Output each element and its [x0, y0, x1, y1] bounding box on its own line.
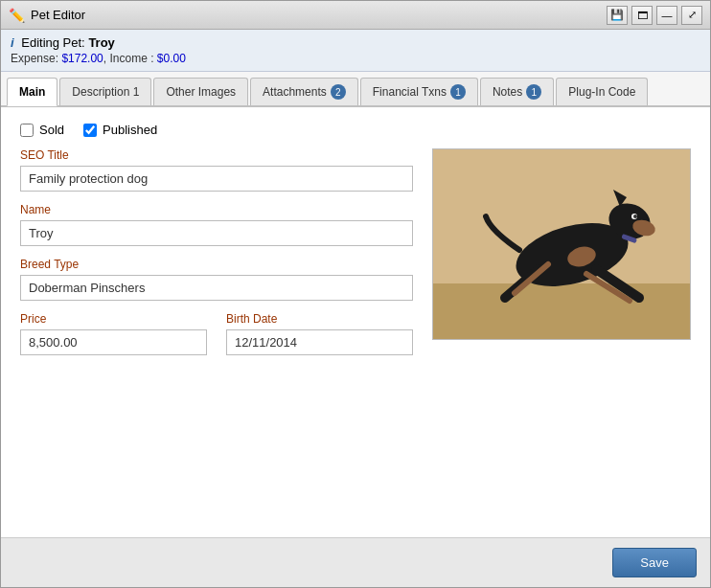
maximize-button[interactable]: ⤢	[681, 6, 702, 25]
pet-editor-window: ✏️ Pet Editor 💾 🗖 — ⤢ i Editing Pet: Tro…	[0, 0, 711, 588]
tab-financial-txns-label: Financial Txns	[373, 85, 447, 99]
price-birthdate-row: Price Birth Date	[20, 312, 413, 355]
expense-value: $172.00	[61, 52, 103, 65]
sold-checkbox[interactable]	[20, 124, 34, 137]
content-area: SEO Title Name Breed Type Price	[20, 148, 691, 367]
tab-description1-label: Description 1	[72, 85, 139, 99]
maximize-icon: ⤢	[688, 9, 697, 21]
name-group: Name	[20, 203, 413, 246]
info-icon: i	[11, 35, 14, 50]
published-checkbox-label[interactable]: Published	[83, 123, 157, 137]
editing-line: i Editing Pet: Troy	[11, 35, 700, 50]
title-bar: ✏️ Pet Editor 💾 🗖 — ⤢	[1, 1, 710, 30]
edit-icon: ✏️	[9, 8, 25, 23]
birth-date-label: Birth Date	[226, 312, 413, 326]
tabs-bar: Main Description 1 Other Images Attachme…	[1, 72, 710, 107]
seo-title-group: SEO Title	[20, 148, 413, 192]
tab-plug-in-code[interactable]: Plug-In Code	[556, 78, 648, 105]
birth-date-input[interactable]	[226, 329, 413, 355]
income-label: Income :	[109, 52, 153, 65]
expense-label: Expense:	[11, 52, 58, 65]
tab-main-label: Main	[19, 85, 45, 99]
price-label: Price	[20, 312, 207, 326]
name-label: Name	[20, 203, 413, 216]
main-content: Sold Published SEO Title Name Breed Ty	[1, 107, 710, 537]
save-button-label: Save	[640, 555, 669, 570]
tab-other-images[interactable]: Other Images	[153, 78, 248, 105]
footer-bar: Save	[1, 537, 710, 587]
minimize-button[interactable]: —	[656, 6, 677, 25]
breed-type-group: Breed Type	[20, 258, 413, 301]
tab-financial-txns[interactable]: Financial Txns 1	[360, 78, 478, 105]
published-label: Published	[103, 123, 157, 137]
seo-title-label: SEO Title	[20, 148, 413, 162]
birth-date-group: Birth Date	[226, 312, 413, 355]
title-bar-left: ✏️ Pet Editor	[9, 8, 85, 23]
tab-attachments-badge: 2	[331, 84, 346, 100]
tab-notes-label: Notes	[493, 85, 522, 99]
floppy-icon: 💾	[610, 9, 624, 21]
published-checkbox[interactable]	[83, 124, 97, 137]
window-title: Pet Editor	[31, 8, 85, 22]
tab-financial-txns-badge: 1	[450, 84, 466, 100]
sold-checkbox-label[interactable]: Sold	[20, 123, 64, 137]
left-form: SEO Title Name Breed Type Price	[20, 148, 413, 367]
sold-published-row: Sold Published	[20, 123, 691, 137]
dog-image	[432, 148, 691, 340]
svg-point-8	[633, 215, 637, 218]
tab-notes-badge: 1	[526, 84, 541, 100]
minimize-icon: —	[662, 10, 673, 21]
editing-prefix: Editing Pet:	[21, 35, 85, 50]
tab-attachments-label: Attachments	[263, 85, 327, 99]
tab-description1[interactable]: Description 1	[59, 78, 151, 105]
income-value: $0.00	[157, 52, 186, 65]
tab-other-images-label: Other Images	[166, 85, 236, 99]
right-image	[432, 148, 691, 367]
save-icon-button[interactable]: 💾	[607, 6, 628, 25]
tab-attachments[interactable]: Attachments 2	[250, 78, 358, 105]
save-button[interactable]: Save	[612, 548, 697, 577]
tab-notes[interactable]: Notes 1	[480, 78, 554, 105]
breed-type-input[interactable]	[20, 275, 413, 301]
restore-icon: 🗖	[637, 10, 648, 21]
pet-name-label: Troy	[88, 35, 114, 50]
restore-button[interactable]: 🗖	[631, 6, 653, 25]
tab-main[interactable]: Main	[7, 78, 57, 106]
price-input[interactable]	[20, 329, 207, 355]
price-group: Price	[20, 312, 207, 355]
seo-title-input[interactable]	[20, 166, 413, 192]
name-input[interactable]	[20, 220, 413, 246]
sold-label: Sold	[39, 123, 64, 137]
title-bar-controls: 💾 🗖 — ⤢	[607, 6, 702, 25]
breed-type-label: Breed Type	[20, 258, 413, 271]
svg-rect-1	[433, 283, 691, 340]
expense-line: Expense: $172.00, Income : $0.00	[11, 52, 700, 65]
info-bar: i Editing Pet: Troy Expense: $172.00, In…	[1, 30, 710, 72]
tab-plug-in-code-label: Plug-In Code	[568, 85, 635, 99]
